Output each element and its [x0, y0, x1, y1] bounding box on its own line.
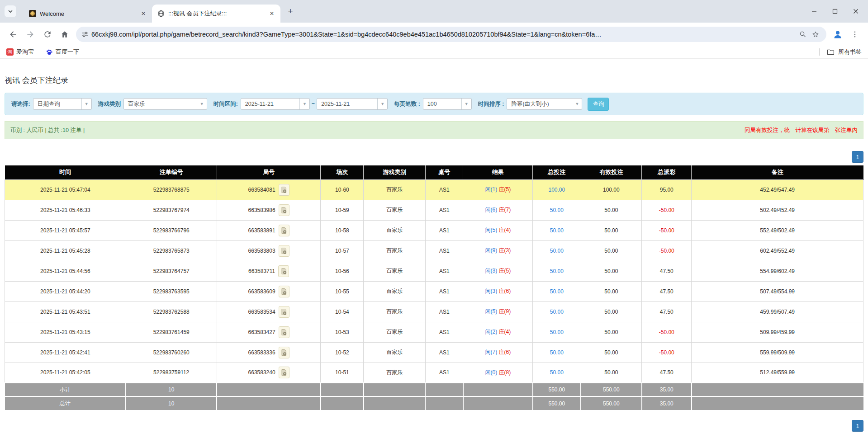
query-type-dropdown[interactable]: 日期查询 ▼: [33, 98, 92, 110]
date-to-picker[interactable]: 2025-11-21 ▼: [317, 98, 388, 110]
reload-button[interactable]: [40, 27, 55, 42]
zoom-icon[interactable]: [797, 28, 809, 41]
video-replay-icon[interactable]: [279, 225, 289, 236]
tab-close-icon[interactable]: ✕: [268, 9, 276, 18]
page-1-button[interactable]: 1: [852, 420, 863, 432]
per-page-label: 每页笔数 :: [394, 100, 420, 108]
table-row: 2025-11-21 05:42:41 522983760260 6635833…: [5, 342, 863, 363]
cell-result: 闲(6) 庄(7): [463, 200, 533, 220]
cell-round-id: 663583240: [217, 363, 321, 383]
cell-result: 闲(3) 庄(6): [463, 281, 533, 301]
cell-game-type: 百家乐: [364, 261, 426, 281]
cell-bet-id: 522983767974: [126, 200, 217, 220]
result-player: 闲(5): [485, 308, 498, 315]
site-settings-icon[interactable]: [79, 28, 91, 41]
cell-total-bet-link[interactable]: 50.00: [533, 281, 581, 301]
cell-bet-id: 522983759112: [126, 363, 217, 383]
result-banker: 庄(6): [499, 349, 511, 355]
cell-time: 2025-11-21 05:42:05: [5, 363, 126, 383]
video-replay-icon[interactable]: [278, 265, 289, 277]
video-replay-icon[interactable]: [279, 367, 289, 378]
all-bookmarks-button[interactable]: 所有书签: [819, 48, 862, 56]
cell-remark: 512.49/559.99: [692, 363, 863, 383]
cell-total-bet-link[interactable]: 50.00: [533, 261, 581, 281]
all-bookmarks-label: 所有书签: [838, 48, 862, 56]
page-1-button[interactable]: 1: [852, 151, 863, 163]
cell-time: 2025-11-21 05:44:56: [5, 261, 126, 281]
video-replay-icon[interactable]: [279, 245, 289, 257]
cell-total-bet-link[interactable]: 50.00: [533, 322, 581, 342]
date-from-picker[interactable]: 2025-11-21 ▼: [241, 98, 310, 110]
cell-total-bet-link[interactable]: 50.00: [533, 301, 581, 322]
column-header: 结果: [463, 165, 533, 179]
bookmark-label: 百度一下: [56, 48, 79, 56]
round-id-text: 663583986: [248, 207, 275, 213]
cell-round-id: 663584081: [217, 179, 321, 200]
game-category-value: 百家乐: [124, 100, 197, 108]
maximize-button[interactable]: [825, 3, 845, 19]
video-replay-icon[interactable]: [279, 184, 289, 196]
cell-total-bet-link[interactable]: 100.00: [533, 179, 581, 200]
cell-total-bet-link[interactable]: 50.00: [533, 342, 581, 363]
url-bar[interactable]: 66cxkj98.com/ipl/portal.php/game/betreco…: [76, 27, 826, 42]
bookmark-baidu[interactable]: 百度一下: [46, 48, 79, 56]
back-button[interactable]: [5, 27, 21, 42]
browser-menu-button[interactable]: [847, 27, 863, 42]
game-category-dropdown[interactable]: 百家乐 ▼: [123, 98, 207, 110]
table-row: 2025-11-21 05:47:04 522983768875 6635840…: [5, 179, 863, 200]
video-replay-icon[interactable]: [279, 286, 289, 297]
new-tab-button[interactable]: +: [284, 5, 297, 18]
cell-game-type: 百家乐: [364, 220, 426, 240]
cell-round-id: 663583609: [217, 281, 321, 301]
home-button[interactable]: [57, 27, 72, 42]
column-header: 游戏类别: [364, 165, 426, 179]
minimize-button[interactable]: [804, 3, 825, 19]
result-banker: 庄(7): [499, 207, 511, 213]
per-page-dropdown[interactable]: 100 ▼: [423, 98, 472, 110]
cell-remark: 554.99/602.49: [692, 261, 863, 281]
column-header: 总派彩: [642, 165, 692, 179]
video-replay-icon[interactable]: [279, 326, 289, 338]
cell-game-type: 百家乐: [364, 200, 426, 220]
column-header: 桌号: [425, 165, 463, 179]
round-id-text: 663583336: [248, 349, 275, 356]
sort-order-dropdown[interactable]: 降幂(由大到小) ▼: [507, 98, 582, 110]
cell-session: 10-60: [321, 179, 364, 200]
video-replay-icon[interactable]: [279, 306, 289, 318]
result-player: 闲(0): [485, 369, 498, 376]
cell-total-bet-link[interactable]: 50.00: [533, 220, 581, 240]
cell-total-bet-link[interactable]: 50.00: [533, 240, 581, 261]
cell-total-bet-link[interactable]: 50.00: [533, 200, 581, 220]
bookmark-star-icon[interactable]: [809, 28, 822, 41]
forward-button[interactable]: [23, 27, 38, 42]
close-window-button[interactable]: [845, 3, 866, 19]
round-id-text: 663583891: [248, 227, 275, 234]
tab-bet-records[interactable]: :::视讯 会员下注纪录::: ✕: [152, 5, 280, 23]
cell-table-no: AS1: [425, 301, 463, 322]
cell-bet-id: 522983763595: [126, 281, 217, 301]
column-header: 场次: [321, 165, 364, 179]
video-replay-icon[interactable]: [279, 347, 289, 358]
cell-result: 闲(5) 庄(9): [463, 301, 533, 322]
query-button[interactable]: 查询: [588, 98, 609, 111]
result-player: 闲(7): [485, 349, 498, 355]
profile-avatar[interactable]: [830, 27, 845, 42]
table-row: 2025-11-21 05:45:57 522983766796 6635838…: [5, 220, 863, 240]
summary-payout: 35.00: [642, 383, 692, 396]
tab-list-chevron-button[interactable]: [5, 5, 16, 17]
cell-total-bet-link[interactable]: 50.00: [533, 363, 581, 383]
cell-result: 闲(5) 庄(4): [463, 220, 533, 240]
cell-time: 2025-11-21 05:43:51: [5, 301, 126, 322]
forward-icon: [26, 30, 35, 39]
bookmark-taobao[interactable]: 淘 爱淘宝: [6, 48, 34, 56]
date-to-value: 2025-11-21: [317, 101, 377, 107]
cell-payout: -50.00: [642, 342, 692, 363]
tab-close-icon[interactable]: ✕: [139, 9, 147, 18]
cell-remark: 507.49/554.99: [692, 281, 863, 301]
round-id-text: 663583711: [248, 268, 275, 274]
tab-welcome[interactable]: Welcome ✕: [24, 5, 152, 23]
cell-bet-id: 522983766796: [126, 220, 217, 240]
video-replay-icon[interactable]: [279, 204, 289, 216]
summary-count: 10: [126, 396, 217, 410]
bet-records-table: 时间注单编号局号场次游戏类别桌号结果总投注有效投注总派彩备注 2025-11-2…: [5, 165, 863, 410]
